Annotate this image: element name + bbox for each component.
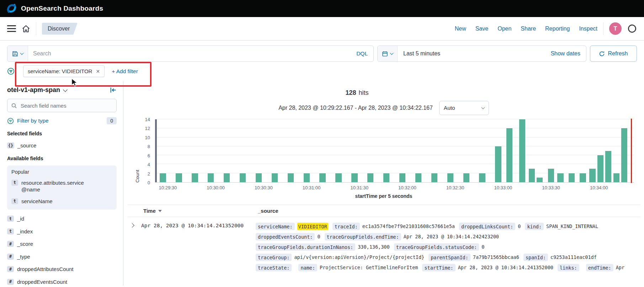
search-icon: [11, 103, 17, 109]
query-language-button[interactable]: DQL: [351, 50, 373, 57]
avatar[interactable]: T: [609, 22, 622, 35]
histogram-bar[interactable]: [208, 173, 214, 182]
home-icon[interactable]: [22, 25, 30, 33]
search-input[interactable]: [28, 50, 351, 57]
fields-sidebar: otel-v1-apm-span: [0, 81, 123, 286]
interval-select[interactable]: Auto: [439, 101, 489, 115]
histogram-bar[interactable]: [557, 173, 563, 182]
histogram-bar[interactable]: [537, 178, 543, 182]
source-field-key: serviceName:: [256, 223, 295, 230]
field-item[interactable]: t resource.attributes.service@name: [11, 179, 112, 193]
filter-by-type[interactable]: Filter by type 0: [7, 117, 117, 124]
source-field: kind:SPAN_KIND_INTERNAL: [525, 223, 598, 229]
histogram-bar[interactable]: [580, 173, 586, 182]
histogram-bar[interactable]: [367, 173, 373, 182]
histogram-bar[interactable]: [335, 173, 341, 182]
source-field-key: traceId:: [332, 223, 360, 230]
histogram-bar[interactable]: [224, 173, 230, 182]
histogram-bar[interactable]: [160, 173, 166, 182]
histogram-bar[interactable]: [548, 169, 554, 182]
refresh-button[interactable]: Refresh: [590, 45, 637, 62]
field-item[interactable]: {} _source: [7, 142, 117, 149]
histogram-bar[interactable]: [431, 173, 437, 182]
field-item[interactable]: t _id: [7, 215, 117, 222]
field-item[interactable]: t serviceName: [11, 198, 112, 205]
histogram-bar[interactable]: [351, 173, 357, 182]
selected-fields-heading: Selected fields: [7, 131, 117, 136]
filter-menu-icon[interactable]: [7, 67, 15, 75]
source-field-value: Apr: [616, 265, 624, 270]
show-dates-button[interactable]: Show dates: [545, 50, 586, 57]
nav-action[interactable]: Share: [521, 26, 536, 32]
histogram-bar[interactable]: [506, 128, 512, 182]
histogram-bar[interactable]: [240, 173, 246, 182]
source-field-value: SPAN_KIND_INTERNAL: [546, 223, 598, 229]
source-field-value: Apr 28, 2023 @ 10:34:14.241352000: [458, 265, 553, 270]
nav-action[interactable]: Reporting: [545, 26, 570, 32]
histogram-bar[interactable]: [613, 173, 619, 182]
source-field: spanId:c9253a111eac01df: [523, 254, 597, 260]
source-column-header: _source: [258, 208, 278, 214]
y-tick-label: 8: [148, 144, 150, 149]
field-item[interactable]: t _index: [7, 228, 117, 235]
expand-row-icon[interactable]: [131, 221, 141, 227]
field-search-input[interactable]: [20, 102, 113, 109]
histogram-bar[interactable]: [272, 173, 278, 182]
histogram-bar[interactable]: [415, 173, 421, 182]
calendar-button[interactable]: [378, 46, 398, 61]
y-tick-label: 14: [145, 117, 150, 122]
filter-pill[interactable]: serviceName: VIDIEDITOR: [23, 65, 105, 77]
menu-icon[interactable]: [7, 25, 16, 32]
nav-action[interactable]: New: [455, 26, 466, 32]
histogram-bar[interactable]: [605, 151, 611, 183]
histogram-bar[interactable]: [569, 173, 575, 182]
gridline: [155, 128, 634, 128]
close-icon[interactable]: [96, 69, 100, 74]
field-item[interactable]: # droppedAttributesCount: [7, 266, 117, 273]
source-field: traceGroupFields.statusCode:0: [394, 244, 485, 250]
histogram-bar[interactable]: [192, 173, 198, 182]
add-filter-button[interactable]: + Add filter: [112, 68, 138, 75]
index-pattern-select[interactable]: otel-v1-apm-span: [7, 86, 67, 94]
source-field: links:: [558, 265, 582, 270]
histogram-bar[interactable]: [479, 173, 485, 182]
nav-action[interactable]: Open: [497, 26, 511, 32]
histogram-bar[interactable]: [176, 173, 182, 182]
save-query-icon: [12, 51, 18, 57]
histogram-bar[interactable]: [447, 173, 453, 182]
gridline: [155, 146, 634, 146]
histogram-bar[interactable]: [589, 169, 595, 182]
appearance-icon[interactable]: [627, 24, 637, 33]
histogram-bar[interactable]: [529, 169, 535, 182]
breadcrumb[interactable]: Discover: [42, 23, 78, 35]
saved-query-button[interactable]: [7, 46, 28, 61]
time-range-value[interactable]: Last 5 minutes: [398, 50, 446, 57]
chrome-header: OpenSearch Dashboards: [0, 0, 644, 17]
field-type-icon: #: [7, 279, 14, 285]
histogram-bar[interactable]: [399, 173, 405, 182]
nav-action[interactable]: Save: [475, 26, 488, 32]
field-item[interactable]: # _score: [7, 240, 117, 248]
histogram-bar[interactable]: [256, 173, 262, 182]
y-axis: 02468101214: [142, 119, 152, 183]
histogram-bar[interactable]: [597, 155, 603, 182]
gridline: [155, 155, 634, 155]
histogram-bar[interactable]: [304, 173, 310, 182]
field-item[interactable]: # _type: [7, 253, 117, 260]
histogram-bar[interactable]: [621, 128, 627, 182]
field-item[interactable]: # droppedEventsCount: [7, 278, 117, 286]
time-column-header[interactable]: Time: [143, 208, 258, 214]
histogram-bar[interactable]: [495, 146, 501, 182]
histogram-bar[interactable]: [319, 173, 325, 182]
source-field-value: 0: [481, 244, 484, 250]
hits-summary: 128 hits: [124, 89, 590, 97]
histogram-bar[interactable]: [519, 119, 525, 182]
histogram-bar[interactable]: [383, 173, 389, 182]
collapse-sidebar-icon[interactable]: [110, 87, 117, 93]
field-type-icon: #: [7, 241, 14, 247]
available-fields-heading: Available fields: [7, 156, 117, 161]
source-field-key: spanId:: [523, 254, 548, 261]
nav-action[interactable]: Inspect: [579, 26, 597, 32]
histogram-bar[interactable]: [288, 173, 294, 182]
histogram-bar[interactable]: [463, 173, 469, 182]
